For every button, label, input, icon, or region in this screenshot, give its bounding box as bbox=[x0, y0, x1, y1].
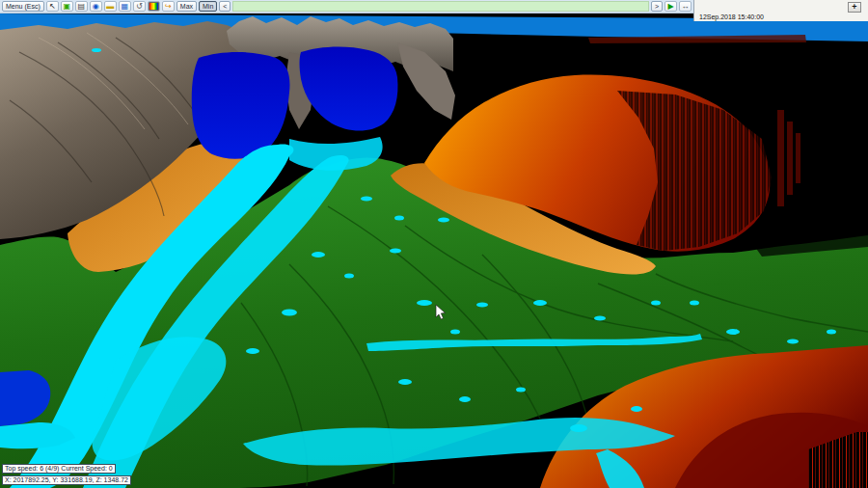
globe-button[interactable]: ◉ bbox=[90, 1, 102, 12]
time-panel: + 12Sep.2018 15:40:00 bbox=[693, 0, 868, 21]
pointer-tool-button[interactable]: ↖ bbox=[46, 1, 59, 12]
play-icon: ▶ bbox=[667, 3, 673, 11]
step-back-button[interactable]: < bbox=[219, 1, 231, 12]
toolbar: Menu (Esc) ↖ ▣ ▤ ◉ ▬ ▦ ↺ ↪ Max Min < > ▶… bbox=[0, 0, 693, 14]
pan-speed-button[interactable]: ↔ bbox=[679, 1, 692, 12]
pan-arrows-icon: ↔ bbox=[682, 3, 690, 11]
pointer-tool-icon: ↖ bbox=[49, 3, 56, 11]
speed-status: Top speed: 6 (4/9) Current Speed: 0 bbox=[2, 464, 116, 474]
coordinates-status: X: 2017892.25, Y: 331688.19, Z: 1348.72 bbox=[2, 475, 131, 485]
min-button[interactable]: Min bbox=[199, 1, 217, 12]
max-button[interactable]: Max bbox=[176, 1, 197, 12]
camera-icon: ▤ bbox=[78, 3, 86, 11]
camera-button[interactable]: ▤ bbox=[75, 1, 88, 12]
ruler-icon: ▬ bbox=[106, 3, 114, 11]
select-region-icon: ▣ bbox=[64, 3, 71, 11]
simulation-timestamp: 12Sep.2018 15:40:00 bbox=[699, 14, 764, 20]
menu-button[interactable]: Menu (Esc) bbox=[2, 1, 44, 12]
add-time-button[interactable]: + bbox=[848, 2, 861, 13]
color-palette-button[interactable] bbox=[148, 1, 160, 12]
color-palette-icon bbox=[149, 2, 159, 11]
redo-button[interactable]: ↪ bbox=[162, 1, 175, 12]
terrain-render bbox=[0, 14, 868, 488]
ruler-button[interactable]: ▬ bbox=[104, 1, 117, 12]
rotate-view-icon: ↺ bbox=[136, 3, 143, 11]
select-region-button[interactable]: ▣ bbox=[61, 1, 73, 12]
mesh-grid-button[interactable]: ▦ bbox=[119, 1, 131, 12]
globe-icon: ◉ bbox=[93, 3, 99, 11]
redo-arrow-icon: ↪ bbox=[165, 3, 172, 11]
step-forward-button[interactable]: > bbox=[651, 1, 663, 12]
play-button[interactable]: ▶ bbox=[665, 1, 677, 12]
mesh-grid-icon: ▦ bbox=[122, 3, 129, 11]
terrain-viewport[interactable] bbox=[0, 14, 868, 488]
rotate-view-button[interactable]: ↺ bbox=[133, 1, 146, 12]
timeline-strip[interactable] bbox=[232, 1, 649, 12]
